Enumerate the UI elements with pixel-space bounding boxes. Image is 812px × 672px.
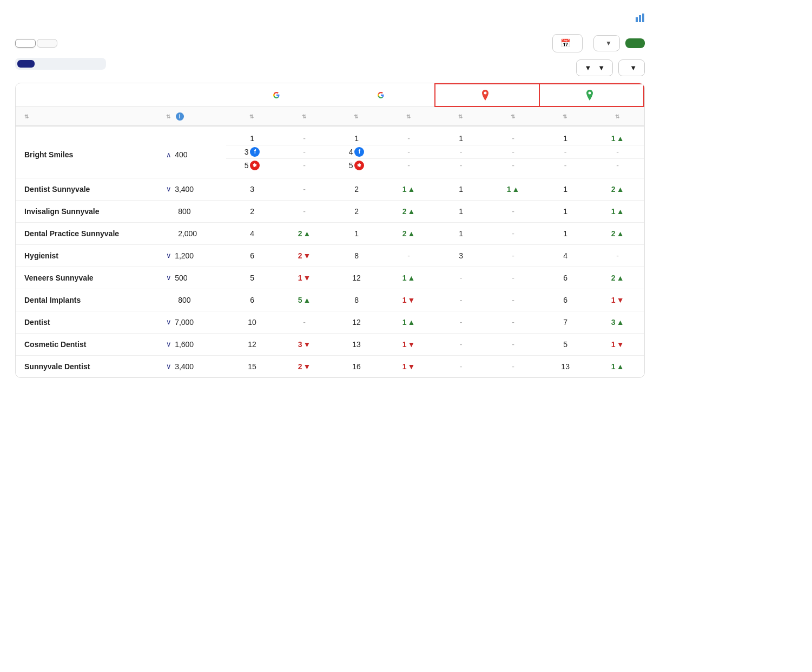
volume-value: 1,600	[175, 340, 194, 349]
rank-cell: 1	[435, 200, 487, 222]
yelp-badge: ✱	[354, 161, 364, 170]
table-row: Dentist ∨ 7,000 10-121 ▲--73 ▲	[16, 311, 644, 333]
od-rank-col-header[interactable]: ⇅	[226, 107, 279, 126]
rank-cell: 12	[331, 311, 383, 333]
facebook-badge: f	[250, 147, 260, 157]
rank-cell: 1	[435, 126, 487, 145]
change-cell: -	[382, 244, 435, 267]
rank-cell: 4	[226, 222, 279, 244]
rank-cell: 1	[331, 222, 383, 244]
chevron-down-icon[interactable]: ∨	[166, 318, 171, 326]
svg-rect-0	[636, 17, 638, 22]
change-cell: 1 ▲	[382, 178, 435, 200]
tab-local-finder[interactable]	[87, 60, 104, 68]
rank-cell: -	[435, 145, 487, 158]
rank-cell: 12	[331, 267, 383, 289]
date2-button[interactable]: ▼	[593, 35, 620, 51]
rank-cell: 4f	[331, 145, 383, 158]
chevron-down-icon[interactable]: ∨	[166, 274, 171, 282]
google-tab[interactable]	[15, 39, 36, 48]
bing-tab[interactable]	[37, 39, 57, 48]
change-cell: -	[591, 145, 644, 158]
bar-chart-icon	[635, 13, 645, 24]
rank-cell: 3	[226, 178, 279, 200]
change-cell: -	[487, 244, 539, 267]
rank-cell: 1	[539, 200, 592, 222]
change-cell: -	[278, 126, 331, 145]
table-row: Cosmetic Dentist ∨ 1,600 123 ▼131 ▼--51 …	[16, 333, 644, 355]
om-rank-col-header[interactable]: ⇅	[331, 107, 383, 126]
change-cell: 2 ▼	[278, 244, 331, 267]
rank-cell: 6	[539, 289, 592, 311]
keyword-cell: Dentist Sunnyvale	[16, 178, 161, 200]
lf-rank-col-header[interactable]: ⇅	[539, 107, 592, 126]
chevron-down-icon[interactable]: ∨	[166, 251, 171, 260]
organic-mobile-group-header	[331, 84, 435, 107]
chevron-down-icon[interactable]: ∨	[166, 185, 171, 193]
change-cell: -	[278, 200, 331, 222]
hide-section-button[interactable]	[632, 13, 645, 24]
local-finder-group-header	[539, 84, 644, 107]
volume-value: 800	[178, 207, 190, 216]
tab-organic-mobile[interactable]	[52, 60, 69, 68]
change-cell: -	[487, 333, 539, 355]
volume-value: 3,400	[175, 185, 194, 194]
tab-local-pack[interactable]	[69, 60, 87, 68]
rank-cell: -	[435, 355, 487, 377]
volume-cell: ∨ 1,600	[161, 333, 226, 355]
rank-cell: 6	[226, 244, 279, 267]
lf-change-col-header[interactable]: ⇅	[591, 107, 644, 126]
rank-cell: -	[539, 158, 592, 178]
rank-cell: 5	[539, 333, 592, 355]
volume-cell: 800	[161, 289, 226, 311]
yelp-badge: ✱	[250, 161, 260, 170]
calendar-icon: 📅	[560, 38, 571, 48]
volume-value: 7,000	[175, 318, 194, 327]
rank-cell: 1	[435, 222, 487, 244]
volume-col-header[interactable]: ⇅ i	[161, 107, 226, 126]
column-group-header-row	[16, 84, 644, 107]
keyword-col-header[interactable]: ⇅	[16, 107, 161, 126]
chevron-down-icon[interactable]: ∨	[166, 340, 171, 348]
change-cell: -	[487, 158, 539, 178]
change-cell: -	[487, 200, 539, 222]
volume-info-icon[interactable]: i	[176, 112, 184, 121]
chevron-down-icon: ▼	[605, 39, 612, 47]
change-cell: 1 ▲	[382, 311, 435, 333]
change-cell: -	[382, 126, 435, 145]
change-cell: -	[278, 158, 331, 178]
chevron-up-icon[interactable]: ∧	[166, 151, 171, 159]
change-cell: 2 ▲	[591, 267, 644, 289]
rank-cell: 5✱	[226, 158, 279, 178]
change-cell: -	[487, 222, 539, 244]
rank-cell: 1	[435, 178, 487, 200]
change-cell: 3 ▲	[591, 311, 644, 333]
filter-chevron-icon: ▼	[598, 64, 605, 72]
tab-compare[interactable]	[17, 60, 35, 68]
change-cell: -	[278, 311, 331, 333]
change-cell: -	[487, 126, 539, 145]
lp-rank-col-header[interactable]: ⇅	[435, 107, 487, 126]
tab-organic-desktop[interactable]	[35, 60, 52, 68]
top50-button[interactable]: ▼	[618, 59, 645, 76]
rank-cell: 2	[331, 178, 383, 200]
rank-cell: -	[435, 158, 487, 178]
change-cell: 1 ▼	[382, 289, 435, 311]
facebook-badge: f	[354, 147, 364, 157]
od-change-col-header[interactable]: ⇅	[278, 107, 331, 126]
rank-cell: 1	[331, 126, 383, 145]
rank-cell: -	[435, 267, 487, 289]
volume-cell: ∨ 1,200	[161, 244, 226, 267]
change-cell: -	[487, 311, 539, 333]
change-cell: 2 ▲	[382, 222, 435, 244]
rank-cell: 1	[539, 222, 592, 244]
om-change-col-header[interactable]: ⇅	[382, 107, 435, 126]
date1-button[interactable]: 📅	[552, 34, 583, 52]
chevron-down-icon[interactable]: ∨	[166, 362, 171, 370]
edit-keywords-button[interactable]	[625, 38, 645, 48]
change-cell: -	[278, 178, 331, 200]
filter-button[interactable]: ▼ ▼	[576, 59, 613, 76]
keyword-cell: Dental Implants	[16, 289, 161, 311]
lp-change-col-header[interactable]: ⇅	[487, 107, 539, 126]
rank-cell: -	[435, 289, 487, 311]
